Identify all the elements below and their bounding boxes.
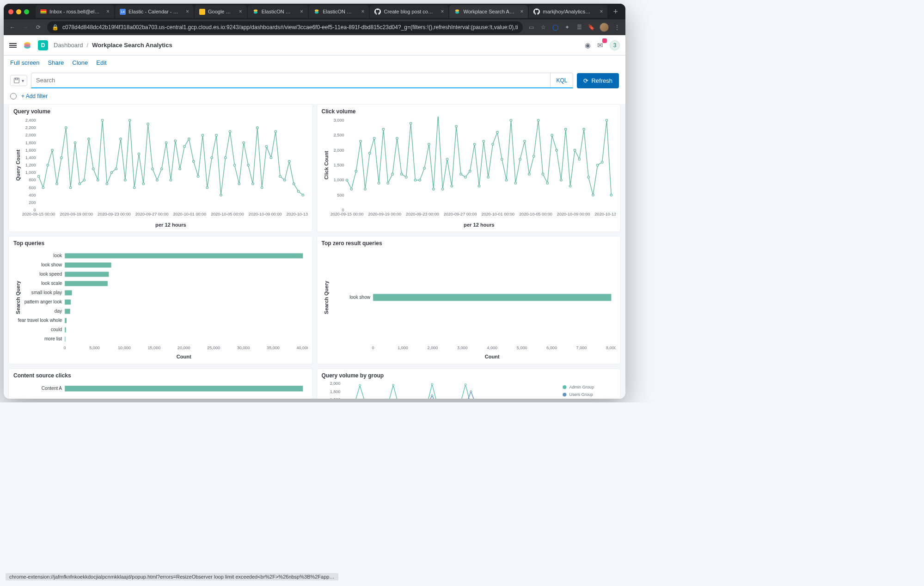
space-badge[interactable]: D bbox=[38, 40, 48, 50]
svg-point-72 bbox=[220, 194, 222, 196]
close-tab-icon[interactable]: × bbox=[106, 8, 110, 15]
svg-rect-177 bbox=[65, 327, 66, 333]
back-icon[interactable]: ← bbox=[8, 24, 17, 31]
address-bar-extensions: ▭ ☆ ◯ ✦ ☰ 🔖 ⋮ bbox=[527, 23, 621, 32]
newsfeed-icon[interactable]: ✉ bbox=[597, 41, 603, 49]
svg-point-79 bbox=[252, 183, 254, 185]
svg-text:Query Count: Query Count bbox=[15, 149, 21, 181]
breadcrumb-current: Workplace Search Analytics bbox=[92, 42, 172, 49]
refresh-button[interactable]: ⟳ Refresh bbox=[577, 73, 619, 88]
close-window-icon[interactable] bbox=[8, 9, 13, 14]
svg-text:5,000: 5,000 bbox=[89, 346, 100, 351]
filter-icon[interactable] bbox=[10, 93, 17, 99]
svg-point-86 bbox=[284, 179, 286, 181]
star-icon[interactable]: ☆ bbox=[539, 24, 547, 31]
subnav-share[interactable]: Share bbox=[48, 59, 64, 66]
svg-rect-178 bbox=[65, 337, 65, 342]
browser-tab[interactable]: ElasticON Global× bbox=[248, 5, 308, 18]
svg-point-43 bbox=[88, 138, 90, 140]
refresh-label: Refresh bbox=[591, 77, 612, 84]
svg-text:2020-09-23 00:00: 2020-09-23 00:00 bbox=[406, 212, 439, 216]
kql-toggle[interactable]: KQL bbox=[550, 73, 573, 87]
svg-text:1,000: 1,000 bbox=[398, 346, 408, 351]
svg-text:day: day bbox=[55, 309, 62, 314]
svg-point-159 bbox=[578, 158, 580, 160]
subnav-edit[interactable]: Edit bbox=[96, 59, 106, 66]
list-ext-icon[interactable]: ☰ bbox=[575, 24, 583, 31]
bookmark-ext-icon[interactable]: 🔖 bbox=[587, 24, 595, 31]
github-favicon-icon bbox=[374, 8, 381, 15]
svg-point-162 bbox=[592, 194, 594, 196]
panel-title: Top queries bbox=[13, 240, 308, 247]
svg-point-276 bbox=[431, 395, 433, 396]
svg-text:1,500: 1,500 bbox=[333, 163, 344, 167]
close-tab-icon[interactable]: × bbox=[520, 8, 523, 15]
query-bar[interactable]: KQL bbox=[31, 73, 573, 88]
svg-point-117 bbox=[387, 182, 389, 184]
tab-title: Elastic - Calendar - Week of O bbox=[129, 9, 180, 14]
new-tab-button[interactable]: + bbox=[610, 7, 621, 17]
add-filter-link[interactable]: + Add filter bbox=[21, 93, 48, 99]
help-icon[interactable]: ◉ bbox=[585, 41, 591, 49]
browser-tab[interactable]: Inbox - ross.bell@elastic.co -× bbox=[36, 5, 114, 18]
reload-icon[interactable]: ⟳ bbox=[34, 24, 43, 31]
browser-tab[interactable]: markjhoy/AnalyticsGenerator× bbox=[529, 5, 607, 18]
notification-count-badge[interactable]: 3 bbox=[610, 40, 620, 50]
circle-ext-icon[interactable]: ◯ bbox=[551, 24, 559, 31]
svg-point-55 bbox=[142, 183, 144, 185]
svg-rect-173 bbox=[65, 290, 72, 296]
elastic-logo-icon[interactable] bbox=[22, 40, 32, 50]
menu-icon[interactable]: ⋮ bbox=[613, 24, 621, 31]
svg-text:2,000: 2,000 bbox=[330, 381, 340, 386]
url-input[interactable] bbox=[62, 24, 518, 31]
close-tab-icon[interactable]: × bbox=[300, 8, 303, 15]
svg-text:per 12 hours: per 12 hours bbox=[155, 222, 186, 228]
svg-point-36 bbox=[56, 183, 58, 185]
svg-text:look scale: look scale bbox=[41, 281, 62, 286]
svg-point-39 bbox=[69, 186, 71, 188]
browser-window: Inbox - ross.bell@elastic.co -×14Elastic… bbox=[4, 4, 625, 399]
svg-point-59 bbox=[161, 168, 163, 170]
hamburger-icon[interactable] bbox=[9, 42, 17, 49]
svg-point-160 bbox=[583, 128, 585, 130]
filter-row: + Add filter bbox=[4, 91, 625, 104]
breadcrumb: Dashboard / Workplace Search Analytics bbox=[54, 42, 172, 49]
close-tab-icon[interactable]: × bbox=[441, 8, 444, 15]
svg-point-57 bbox=[152, 168, 153, 170]
puzzle-icon[interactable]: ✦ bbox=[563, 24, 571, 31]
browser-tab[interactable]: 14Elastic - Calendar - Week of O× bbox=[115, 5, 194, 18]
browser-tab[interactable]: Google Keep× bbox=[195, 5, 247, 18]
top_zero-chart: look show01,0002,0003,0004,0005,0006,000… bbox=[322, 248, 616, 360]
minimize-window-icon[interactable] bbox=[16, 9, 21, 14]
maximize-window-icon[interactable] bbox=[24, 9, 29, 14]
browser-tab[interactable]: Create blog post content to ill× bbox=[370, 5, 448, 18]
svg-point-121 bbox=[405, 176, 407, 178]
svg-point-63 bbox=[179, 168, 181, 170]
forward-icon[interactable]: → bbox=[21, 24, 30, 31]
browser-tab[interactable]: Workplace Search Analytics -× bbox=[449, 5, 528, 18]
svg-point-52 bbox=[129, 119, 131, 121]
breadcrumb-root[interactable]: Dashboard bbox=[54, 42, 83, 49]
subnav-full-screen[interactable]: Full screen bbox=[10, 59, 40, 66]
search-input[interactable] bbox=[31, 73, 550, 87]
close-tab-icon[interactable]: × bbox=[186, 8, 189, 15]
subnav-clone[interactable]: Clone bbox=[72, 59, 88, 66]
svg-text:8,000: 8,000 bbox=[606, 346, 616, 351]
svg-point-0 bbox=[254, 9, 257, 12]
close-tab-icon[interactable]: × bbox=[239, 8, 242, 15]
close-tab-icon[interactable]: × bbox=[361, 8, 364, 15]
svg-point-123 bbox=[414, 179, 416, 181]
url-field[interactable]: 🔒 bbox=[47, 21, 523, 33]
close-tab-icon[interactable]: × bbox=[600, 8, 603, 15]
window-icon[interactable]: ▭ bbox=[527, 24, 535, 31]
profile-avatar[interactable] bbox=[600, 23, 609, 32]
search-row: ▾ KQL ⟳ Refresh bbox=[4, 70, 625, 91]
svg-point-143 bbox=[505, 179, 507, 181]
svg-point-82 bbox=[265, 145, 267, 147]
saved-query-button[interactable]: ▾ bbox=[10, 75, 27, 86]
svg-rect-213 bbox=[65, 386, 303, 391]
browser-tab[interactable]: ElasticON Global× bbox=[309, 5, 369, 18]
svg-point-122 bbox=[410, 122, 411, 124]
svg-text:2020-09-19 00:00: 2020-09-19 00:00 bbox=[60, 212, 93, 216]
svg-point-118 bbox=[391, 173, 393, 175]
